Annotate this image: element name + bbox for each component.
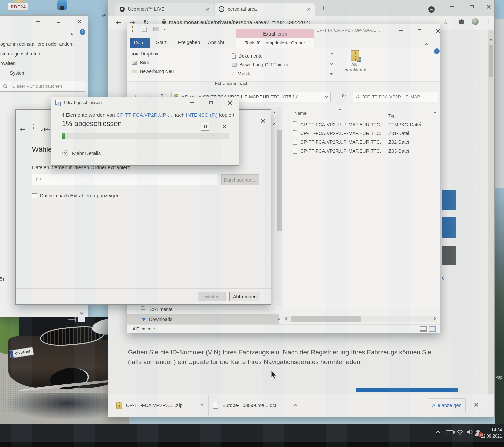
tab-datei[interactable]: Datei <box>130 38 150 48</box>
download-expand-icon[interactable] <box>201 404 203 407</box>
speaker-icon[interactable] <box>466 429 473 435</box>
statusbar-thumbnail-view-icon[interactable] <box>429 326 436 332</box>
navpane-dokumente[interactable]: Dokumente <box>141 306 173 312</box>
site-button-dark[interactable] <box>442 246 456 265</box>
file-row[interactable]: CP-TT-FCA.VP2R.UP-MAP.EUR.TTC... TTMPKG-… <box>293 121 421 127</box>
download-expand-icon[interactable] <box>294 404 297 407</box>
minimize-icon[interactable] <box>33 18 43 25</box>
close-icon[interactable] <box>483 3 493 10</box>
help-icon[interactable] <box>434 48 440 54</box>
navpane-scrollbar[interactable] <box>277 107 282 306</box>
scroll-down-icon[interactable] <box>80 309 83 315</box>
details-view-icon[interactable] <box>68 317 76 322</box>
browser-scrollbar[interactable] <box>488 30 494 394</box>
cancel-button[interactable]: Abbrechen <box>229 292 260 301</box>
ribbon-collapse-icon[interactable] <box>425 41 427 47</box>
scrollbar-up-icon[interactable] <box>490 39 492 42</box>
site-button-blue-1[interactable] <box>442 190 456 210</box>
tab-start[interactable]: Start <box>156 40 167 45</box>
gallery-scroll-up-icon[interactable] <box>330 53 333 55</box>
dest-dokumente[interactable]: Dokumente <box>232 53 263 59</box>
close-icon[interactable] <box>433 27 443 35</box>
maximize-icon[interactable] <box>414 27 424 35</box>
gallery-scroll-down-icon[interactable] <box>330 62 333 65</box>
qat-folder-icon[interactable] <box>153 27 159 31</box>
back-icon[interactable]: ← <box>115 18 122 26</box>
desktop-icon-pdf24[interactable]: PDF24 <box>8 0 28 12</box>
maximize-icon[interactable] <box>206 99 216 106</box>
column-menu-icon[interactable] <box>434 111 436 114</box>
next-button[interactable]: Weiter <box>198 292 226 301</box>
tab-personal-area[interactable]: ∩ personal-area <box>215 3 315 16</box>
copy-dialog-titlebar[interactable]: 1% abgeschlossen <box>51 97 239 108</box>
wifi-icon[interactable] <box>456 429 464 435</box>
minimize-icon[interactable] <box>187 99 197 106</box>
tab-freigeben[interactable]: Freigeben <box>178 40 200 45</box>
menu-item-systemprops[interactable]: stemeigenschaften <box>0 51 40 57</box>
pause-button[interactable] <box>201 122 209 131</box>
more-details-toggle[interactable]: Mehr Details <box>62 150 101 156</box>
refresh-icon[interactable]: ↻ <box>341 92 346 99</box>
menu-item-manage[interactable]: rwalten <box>0 61 16 66</box>
column-header-name[interactable]: Name <box>294 111 307 116</box>
tab-close-icon[interactable] <box>307 7 310 10</box>
dest-musik[interactable]: ♪ Musik <box>232 71 250 77</box>
gallery-more-icon[interactable] <box>330 73 333 75</box>
tab-tools-komprimierte-ordner[interactable]: Tools für komprimierte Ordner <box>236 38 314 48</box>
site-button-blue-2[interactable] <box>442 217 456 238</box>
taskbar-clock[interactable]: 14:34 22.09.2021 <box>479 427 502 439</box>
left-window-titlebar[interactable] <box>0 16 88 27</box>
navpane-scrollbar-thumb[interactable] <box>277 130 282 231</box>
bookmark-star-icon[interactable]: ☆ <box>443 19 448 26</box>
tab-uconnect[interactable]: Uconnect™ LIVE <box>115 3 214 16</box>
alle-extrahieren-button[interactable]: Alle extrahieren <box>340 49 370 80</box>
breadcrumb-dropdown-icon[interactable] <box>325 95 328 98</box>
download-item-zip[interactable]: CP-TT-FCA.VP2R.U....zip <box>113 397 206 414</box>
extract-path-input[interactable]: F:\ <box>32 174 217 185</box>
dest-dropbox[interactable]: ◆◆ Dropbox <box>132 51 159 57</box>
dest-bewerbung-thieme[interactable]: Bewerbung O.T.Thieme <box>232 62 289 67</box>
tab-close-icon[interactable] <box>206 7 209 10</box>
statusbar-details-view-icon[interactable] <box>420 326 427 332</box>
menu-item-uninstall[interactable]: ogramm deinstallieren oder ändern <box>0 41 74 47</box>
file-row[interactable]: CP-TT-FCA.VP2R.UP-MAP.EUR.TTC... Z02-Dat… <box>293 139 409 145</box>
ribbon-collapse-icon[interactable] <box>71 31 73 37</box>
tab-ansicht[interactable]: Ansicht <box>208 40 224 45</box>
new-tab-icon[interactable]: + <box>321 4 327 12</box>
close-icon[interactable] <box>258 117 268 125</box>
menu-dots-icon[interactable]: ⋮ <box>486 18 492 24</box>
hscrollbar-thumb[interactable] <box>291 316 361 322</box>
download-item-dct[interactable]: Europe-103099.me....dct <box>210 397 300 414</box>
qat-customize-icon[interactable] <box>163 29 166 30</box>
help-icon[interactable]: ? <box>80 29 85 35</box>
wizard-back-icon[interactable]: ← <box>20 125 25 133</box>
close-icon[interactable] <box>225 99 235 106</box>
horizontal-scrollbar[interactable] <box>284 316 437 322</box>
battery-icon[interactable] <box>446 430 454 434</box>
show-all-button[interactable]: Alle anzeigen <box>428 398 466 412</box>
column-header-typ[interactable]: Typ <box>388 113 396 118</box>
search-this-pc-input[interactable]: "Dieser PC" durchsuchen <box>0 81 85 92</box>
file-row[interactable]: CP-TT-FCA.VP2R.UP-MAP.EUR.TTC... Z01-Dat… <box>293 130 409 136</box>
menu-item-system[interactable]: System <box>10 70 26 76</box>
thumbnail-view-icon[interactable] <box>78 317 85 322</box>
tray-overflow-icon[interactable] <box>436 430 440 434</box>
chrome-update-icon[interactable] <box>428 6 435 13</box>
navpane-downloads[interactable]: Downloads <box>127 314 279 324</box>
maximize-icon[interactable] <box>53 18 63 25</box>
browse-button[interactable]: Durchsuchen... <box>221 174 259 185</box>
scroll-right-icon[interactable] <box>433 317 436 320</box>
dest-bilder[interactable]: Bilder <box>132 60 152 65</box>
minimize-icon[interactable] <box>396 27 406 35</box>
extensions-puzzle-icon[interactable] <box>459 20 464 24</box>
minimize-icon[interactable] <box>447 3 457 10</box>
close-icon[interactable] <box>74 18 84 25</box>
file-row[interactable]: CP-TT-FCA.VP2R.UP-MAP.EUR.TTC... Z03-Dat… <box>293 148 409 154</box>
scroll-left-icon[interactable] <box>285 317 288 320</box>
dest-bewerbung-neu[interactable]: Bewerbung Neu <box>132 69 174 74</box>
maximize-icon[interactable] <box>466 3 477 10</box>
show-files-checkbox[interactable]: Dateien nach Extrahierung anzeigen <box>32 193 120 198</box>
explorer-search-box[interactable]: "CP-TT-FCA.VP2R.UP-MAP... <box>353 92 438 102</box>
scrollbar-thumb[interactable] <box>489 45 493 77</box>
profile-avatar[interactable] <box>472 18 479 25</box>
